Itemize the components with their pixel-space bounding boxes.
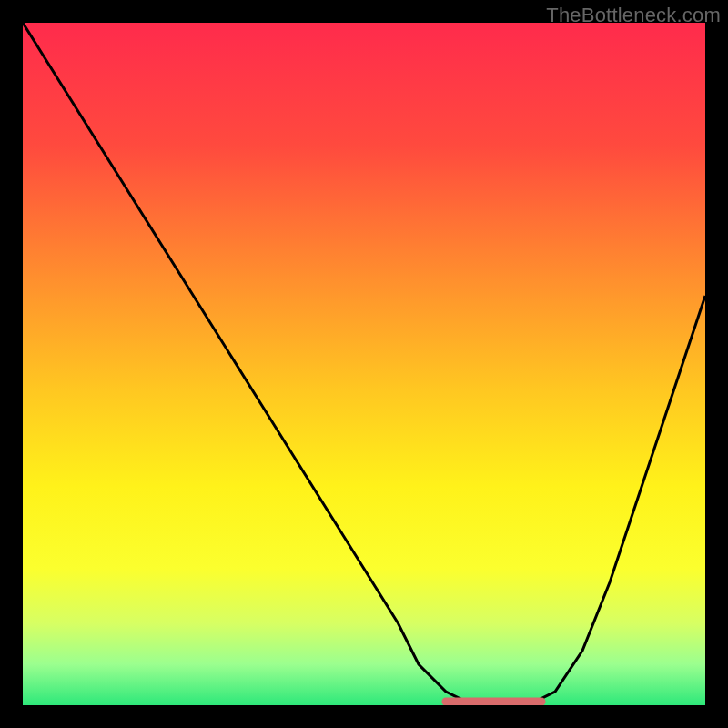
watermark-text: TheBottleneck.com [546, 4, 721, 27]
plot-background-gradient [23, 23, 705, 705]
chart-frame: TheBottleneck.com [0, 0, 728, 728]
